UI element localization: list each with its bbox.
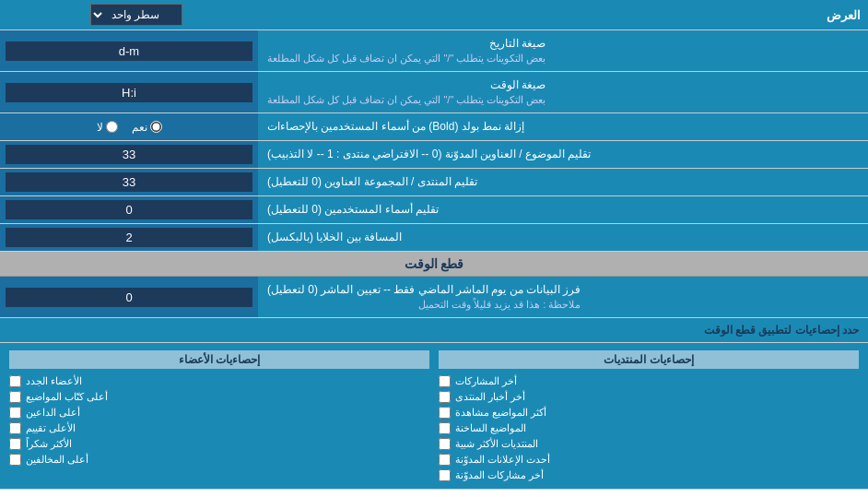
bold-stats-no-radio[interactable] [106,121,118,133]
apply-row: حدد إحصاءيات لتطبيق قطع الوقت [0,318,868,343]
cutoff-label: فرز البيانات من يوم الماشر الماضي فقط --… [258,277,868,317]
cutoff-input-wrapper [0,277,258,317]
topic-limit-row: تقليم الموضوع / العناوين المدوّنة (0 -- … [0,141,868,169]
forum-limit-input-wrapper [0,169,258,195]
username-limit-input[interactable] [6,200,252,219]
cb-most-thanked-label: الأكثر شكراً [26,438,72,450]
cb-blog-posts-label: أخر مشاركات المدوّنة [455,469,544,481]
cutoff-sublabel: ملاحظة : هذا قد يزيد قليلاً وقت التحميل [267,298,581,312]
date-format-input[interactable]: d-m [6,41,252,61]
cb-top-inviters: أعلى الداعين [9,407,429,419]
bold-stats-label: إزالة نمط بولد (Bold) من أسماء المستخدمي… [258,113,868,140]
forum-limit-input[interactable] [6,172,252,192]
cb-most-viewed-label: أكثر المواضيع مشاهدة [455,407,546,419]
cb-similar-forums-label: المنتديات الأكثر شبية [455,438,538,450]
bold-stats-no-label[interactable]: لا [97,121,118,134]
cb-top-rated-label: الأعلى تقييم [26,422,76,434]
date-format-input-wrapper: d-m [0,30,258,71]
top-row-label: العرض [265,8,861,22]
cb-top-writers: أعلى كتّاب المواضيع [9,391,429,403]
cb-latest-announcements: أحدث الإعلانات المدوّنة [439,454,859,466]
cb-forum-news-input[interactable] [439,391,451,403]
cutoff-input[interactable] [6,288,252,307]
cb-hot-topics: المواضيع الساخنة [439,422,859,434]
username-limit-row: تقليم أسماء المستخدمين (0 للتعطيل) [0,196,868,224]
cb-last-posts: أخر المشاركات [439,375,859,387]
time-format-label: صيغة الوقت بعض التكوينات يتطلب "/" التي … [258,72,868,112]
cb-hot-topics-input[interactable] [439,422,451,434]
date-format-sublabel: بعض التكوينات يتطلب "/" التي يمكن ان تضا… [267,52,545,65]
time-format-title: صيغة الوقت [267,77,545,93]
members-stats-header: إحصاءيات الأعضاء [9,350,429,369]
cb-blog-posts: أخر مشاركات المدوّنة [439,469,859,481]
checkboxes-section: إحصاءيات المنتديات أخر المشاركات أخر أخب… [0,343,868,490]
cb-top-rated-input[interactable] [9,422,21,434]
cb-most-viewed-input[interactable] [439,407,451,419]
bold-stats-row: إزالة نمط بولد (Bold) من أسماء المستخدمي… [0,113,868,141]
cb-last-posts-input[interactable] [439,375,451,387]
date-format-label: صيغة التاريخ بعض التكوينات يتطلب "/" الت… [258,30,868,71]
cb-top-inviters-input[interactable] [9,407,21,419]
checkboxes-columns: إحصاءيات المنتديات أخر المشاركات أخر أخب… [9,350,859,481]
cb-latest-announcements-input[interactable] [439,454,451,466]
cb-similar-forums: المنتديات الأكثر شبية [439,438,859,450]
cell-padding-row: المسافة بين الخلايا (بالبكسل) [0,224,868,252]
topic-limit-label: تقليم الموضوع / العناوين المدوّنة (0 -- … [258,141,868,168]
cb-forum-news-label: أخر أخبار المنتدى [455,391,525,403]
bold-stats-no-text: لا [97,121,103,134]
display-select[interactable]: سطر واحد سطران ثلاثة أسطر [90,4,182,26]
cell-padding-label: المسافة بين الخلايا (بالبكسل) [258,224,868,251]
cb-most-thanked-input[interactable] [9,438,21,450]
cutoff-title: فرز البيانات من يوم الماشر الماضي فقط --… [267,282,581,298]
cb-most-viewed: أكثر المواضيع مشاهدة [439,407,859,419]
bold-stats-input-wrapper: نعم لا [0,113,258,140]
cb-most-thanked: الأكثر شكراً [9,438,429,450]
cb-new-members-label: الأعضاء الجدد [26,375,82,387]
forum-limit-row: تقليم المنتدى / المجموعة العناوين (0 للت… [0,169,868,196]
username-limit-label: تقليم أسماء المستخدمين (0 للتعطيل) [258,196,868,223]
cb-hot-topics-label: المواضيع الساخنة [455,422,526,434]
forums-stats-header: إحصاءيات المنتديات [439,350,859,369]
cb-top-violators-input[interactable] [9,454,21,466]
bold-stats-yes-text: نعم [132,121,147,134]
date-format-title: صيغة التاريخ [267,36,545,52]
cell-padding-input-wrapper [0,224,258,251]
cb-last-posts-label: أخر المشاركات [455,375,517,387]
forums-stats-col: إحصاءيات المنتديات أخر المشاركات أخر أخب… [439,350,859,481]
main-container: العرض سطر واحد سطران ثلاثة أسطر صيغة الت… [0,0,868,490]
cb-top-rated: الأعلى تقييم [9,422,429,434]
cutoff-section-header: قطع الوقت [0,252,868,277]
cutoff-row: فرز البيانات من يوم الماشر الماضي فقط --… [0,277,868,318]
cb-forum-news: أخر أخبار المنتدى [439,391,859,403]
time-format-row: صيغة الوقت بعض التكوينات يتطلب "/" التي … [0,72,868,113]
cb-latest-announcements-label: أحدث الإعلانات المدوّنة [455,454,550,466]
cb-top-violators: أعلى المخالفين [9,454,429,466]
cb-top-violators-label: أعلى المخالفين [26,454,88,466]
top-row-select-wrapper: سطر واحد سطران ثلاثة أسطر [7,4,265,26]
forum-limit-label: تقليم المنتدى / المجموعة العناوين (0 للت… [258,169,868,195]
cb-top-writers-input[interactable] [9,391,21,403]
time-format-input[interactable]: H:i [6,83,252,102]
username-limit-input-wrapper [0,196,258,223]
apply-label: حدد إحصاءيات لتطبيق قطع الوقت [9,324,859,337]
cb-top-writers-label: أعلى كتّاب المواضيع [26,391,108,403]
cb-top-inviters-label: أعلى الداعين [26,407,80,419]
time-format-sublabel: بعض التكوينات يتطلب "/" التي يمكن ان تضا… [267,93,545,107]
date-format-row: صيغة التاريخ بعض التكوينات يتطلب "/" الت… [0,30,868,72]
members-stats-col: إحصاءيات الأعضاء الأعضاء الجدد أعلى كتّا… [9,350,429,481]
bold-stats-yes-label[interactable]: نعم [132,121,162,134]
cb-blog-posts-input[interactable] [439,469,451,481]
cb-new-members: الأعضاء الجدد [9,375,429,387]
top-row: العرض سطر واحد سطران ثلاثة أسطر [0,0,868,30]
cb-similar-forums-input[interactable] [439,438,451,450]
time-format-input-wrapper: H:i [0,72,258,112]
cell-padding-input[interactable] [6,228,252,247]
cb-new-members-input[interactable] [9,375,21,387]
topic-limit-input-wrapper [0,141,258,168]
topic-limit-input[interactable] [6,145,252,164]
bold-stats-yes-radio[interactable] [150,121,162,133]
